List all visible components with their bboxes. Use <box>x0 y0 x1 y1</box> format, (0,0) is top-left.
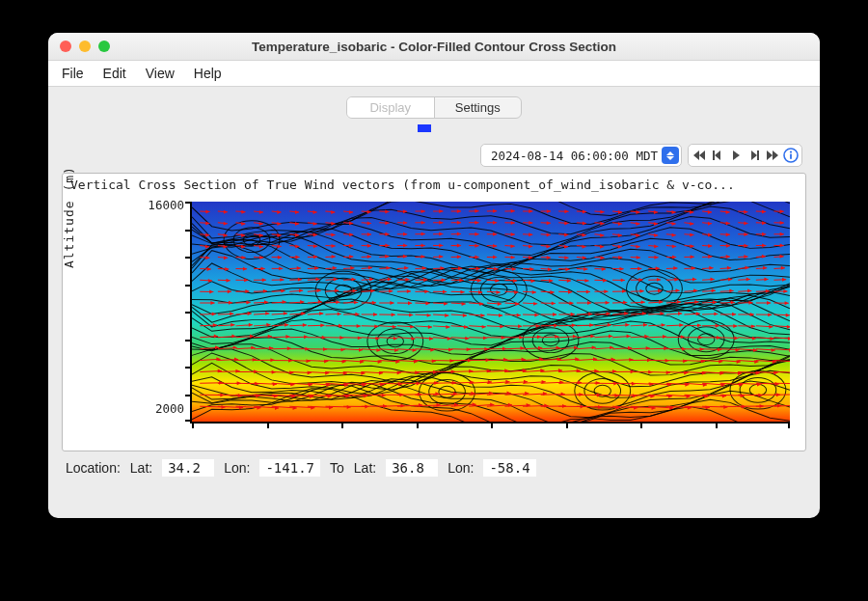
svg-marker-304 <box>780 244 784 248</box>
step-forward-button[interactable] <box>746 147 763 164</box>
svg-marker-264 <box>421 244 425 248</box>
svg-marker-338 <box>475 255 478 259</box>
plot-panel: Vertical Cross Section of True Wind vect… <box>62 173 806 451</box>
svg-marker-482 <box>549 279 553 283</box>
svg-marker-666 <box>373 313 377 316</box>
svg-marker-172 <box>205 233 209 237</box>
menu-edit[interactable]: Edit <box>103 66 126 81</box>
svg-marker-330 <box>403 255 407 259</box>
svg-marker-396 <box>387 266 391 270</box>
svg-marker-434 <box>727 266 731 270</box>
svg-marker-406 <box>476 267 480 271</box>
svg-marker-866 <box>340 347 344 351</box>
svg-marker-104 <box>205 222 209 226</box>
svg-marker-226 <box>690 233 693 237</box>
svg-marker-496 <box>674 278 678 282</box>
svg-marker-440 <box>781 266 785 270</box>
svg-marker-680 <box>499 314 502 317</box>
y-tick-top: 16000 <box>126 198 184 212</box>
svg-marker-234 <box>762 232 766 236</box>
minimize-icon[interactable] <box>79 41 91 52</box>
svg-marker-556 <box>604 289 608 293</box>
svg-marker-576 <box>783 289 787 293</box>
svg-marker-296 <box>708 244 712 248</box>
menu-view[interactable]: View <box>146 66 175 81</box>
svg-marker-358 <box>654 256 658 260</box>
lon1-value[interactable]: -141.7 <box>259 459 320 477</box>
lat1-value[interactable]: 34.2 <box>162 459 214 477</box>
svg-marker-90 <box>690 210 693 214</box>
lat1-label: Lat: <box>130 460 152 476</box>
svg-marker-836 <box>681 335 685 339</box>
svg-marker-384 <box>279 266 283 270</box>
svg-marker-268 <box>457 244 461 248</box>
svg-marker-726 <box>303 323 307 327</box>
svg-marker-190 <box>367 232 371 236</box>
time-stepper-icon[interactable] <box>662 147 679 164</box>
svg-marker-644 <box>785 301 789 305</box>
svg-marker-428 <box>673 266 677 270</box>
svg-marker-514 <box>228 289 231 293</box>
lon2-value[interactable]: -58.4 <box>483 459 535 477</box>
svg-marker-774 <box>733 324 737 328</box>
svg-marker-118 <box>331 222 335 226</box>
svg-marker-168 <box>780 221 784 225</box>
svg-marker-316 <box>278 256 282 260</box>
svg-marker-308 <box>205 256 209 260</box>
svg-marker-788 <box>250 335 254 339</box>
svg-marker-600 <box>390 301 393 305</box>
lat2-value[interactable]: 36.8 <box>386 459 438 477</box>
zoom-icon[interactable] <box>98 41 110 52</box>
svg-marker-220 <box>636 233 639 237</box>
time-select[interactable]: 2024-08-14 06:00:00 MDT <box>480 144 682 167</box>
svg-marker-156 <box>672 222 676 226</box>
svg-marker-486 <box>584 279 588 283</box>
play-button[interactable] <box>727 147 745 164</box>
svg-marker-648 <box>212 312 216 315</box>
svg-marker-636 <box>713 300 717 304</box>
svg-marker-588 <box>283 300 286 304</box>
svg-marker-462 <box>369 278 373 282</box>
svg-marker-56 <box>385 210 389 214</box>
svg-marker-112 <box>277 222 281 226</box>
svg-marker-1234 <box>598 405 602 409</box>
svg-marker-792 <box>285 335 289 339</box>
step-back-button[interactable] <box>709 147 726 164</box>
svg-marker-580 <box>210 301 214 305</box>
svg-marker-320 <box>313 255 317 259</box>
svg-marker-322 <box>332 255 336 259</box>
svg-marker-128 <box>421 221 425 225</box>
svg-marker-848 <box>788 337 790 341</box>
svg-marker-704 <box>714 312 718 315</box>
info-icon[interactable] <box>782 147 800 164</box>
svg-marker-456 <box>315 278 319 282</box>
svg-marker-568 <box>712 288 716 292</box>
svg-marker-418 <box>583 267 587 271</box>
svg-marker-642 <box>767 301 771 305</box>
svg-marker-420 <box>602 267 606 271</box>
svg-marker-630 <box>659 300 663 304</box>
tabbar: Display Settings <box>346 96 522 119</box>
svg-marker-832 <box>644 335 648 339</box>
menu-file[interactable]: File <box>62 66 84 81</box>
svg-marker-148 <box>600 222 604 226</box>
rewind-to-start-button[interactable] <box>691 147 708 164</box>
svg-marker-710 <box>768 313 772 316</box>
forward-to-end-button[interactable] <box>764 147 781 164</box>
svg-marker-326 <box>367 255 371 259</box>
close-icon[interactable] <box>60 41 71 52</box>
tab-display[interactable]: Display <box>347 97 434 118</box>
svg-marker-252 <box>313 244 317 248</box>
svg-marker-284 <box>600 245 604 249</box>
svg-marker-572 <box>747 289 751 293</box>
menu-help[interactable]: Help <box>194 66 222 81</box>
svg-marker-72 <box>529 209 532 213</box>
svg-marker-690 <box>588 312 592 315</box>
svg-marker-746 <box>482 325 486 329</box>
svg-marker-388 <box>314 266 318 270</box>
tab-settings[interactable]: Settings <box>435 97 522 118</box>
window-controls <box>60 41 110 52</box>
svg-marker-468 <box>423 278 427 282</box>
svg-marker-694 <box>624 312 628 315</box>
svg-marker-438 <box>763 266 767 270</box>
